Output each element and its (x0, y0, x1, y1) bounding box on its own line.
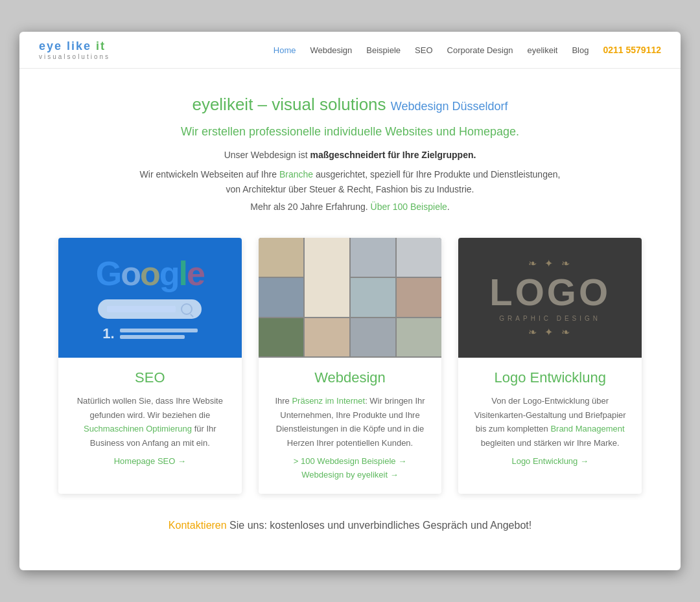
collage-cell-2 (305, 238, 349, 316)
hero-desc1: Unser Webdesign ist maßgeschneidert für … (58, 148, 642, 162)
search-line (107, 306, 176, 312)
hero-title: eyelikeit – visual solutions Webdesign D… (58, 95, 642, 115)
browser-window: eye like it visualsolutions Home Webdesi… (19, 32, 681, 570)
collage-grid (259, 238, 442, 358)
rank-lines (120, 329, 198, 339)
nav-links: Home Webdesign Beispiele SEO Corporate D… (274, 45, 661, 55)
card-webdesign: Webdesign Ihre Präsenz im Internet: Wir … (259, 238, 442, 494)
nav-seo[interactable]: SEO (415, 45, 432, 55)
collage-cell-3 (351, 238, 395, 277)
collage-cell-10 (351, 318, 395, 357)
nav-phone: 0211 5579112 (603, 45, 661, 55)
logo-graphic-design-text: GRAPHIC DESIGN (499, 315, 601, 322)
card-webdesign-cta1[interactable]: > 100 Webdesign Beispiele → (272, 456, 429, 466)
card-webdesign-image (259, 238, 442, 358)
rank-line-1 (120, 329, 198, 332)
search-icon (181, 303, 192, 315)
collage-cell-1 (259, 238, 303, 277)
card-seo-cta[interactable]: Homepage SEO → (71, 456, 229, 466)
footer-cta: Kontaktieren Sie uns: kostenloses und un… (58, 520, 642, 538)
hero-branche-link[interactable]: Branche (279, 169, 313, 179)
collage-cell-9 (305, 318, 349, 357)
cards-row: Google 1. SEO (58, 238, 642, 494)
footer-cta-text: Sie uns: kostenloses und unverbindliches… (227, 520, 532, 531)
nav-beispiele[interactable]: Beispiele (366, 45, 401, 55)
nav-blog[interactable]: Blog (572, 45, 589, 55)
card-webdesign-title: Webdesign (272, 369, 429, 386)
card-logo-cta[interactable]: Logo Entwicklung → (471, 456, 629, 466)
hero-title-main: eyelikeit – visual solutions (192, 95, 386, 114)
card-logo-title: Logo Entwicklung (471, 369, 629, 386)
card-logo-body: Logo Entwicklung Von der Logo-Entwicklun… (458, 358, 642, 480)
seo-rank: 1. (102, 325, 197, 342)
card-logo-image: ❧ ✦ ❧ LOGO GRAPHIC DESIGN ❧ ✦ ❧ (458, 238, 642, 358)
card-logo-text: Von der Logo-Entwicklung über Visitenkar… (471, 394, 629, 450)
nav-eyelikeit[interactable]: eyelikeit (527, 45, 557, 55)
logo-big-text: LOGO (489, 273, 611, 311)
card-seo-image: Google 1. (58, 238, 242, 358)
card-logo-brand-link[interactable]: Brand Management (550, 424, 624, 434)
main-content: eyelikeit – visual solutions Webdesign D… (19, 69, 681, 570)
nav-bar: eye like it visualsolutions Home Webdesi… (19, 32, 681, 69)
hero-desc1-bold: maßgeschneidert für Ihre Zielgruppen. (310, 150, 476, 160)
card-webdesign-cta2[interactable]: Webdesign by eyelikeit → (272, 470, 429, 480)
google-logo-mock: Google (96, 254, 204, 293)
hero-subtitle: Wir erstellen professionelle individuell… (58, 125, 642, 139)
card-logo: ❧ ✦ ❧ LOGO GRAPHIC DESIGN ❧ ✦ ❧ Logo Ent… (458, 238, 642, 494)
card-webdesign-text: Ihre Präsenz im Internet: Wir bringen Ih… (272, 394, 429, 450)
card-webdesign-body: Webdesign Ihre Präsenz im Internet: Wir … (259, 358, 442, 494)
nav-home[interactable]: Home (274, 45, 296, 55)
collage-cell-5 (259, 278, 303, 317)
card-seo-text: Natürlich wollen Sie, dass Ihre Website … (71, 394, 229, 450)
collage-cell-11 (397, 318, 441, 357)
rank-line-2 (120, 335, 185, 339)
logo-ornament-bottom: ❧ ✦ ❧ (528, 326, 572, 338)
collage-cell-4 (397, 238, 441, 277)
hero-experience: Mehr als 20 Jahre Erfahrung. Über 100 Be… (58, 202, 642, 212)
logo-ornament-top: ❧ ✦ ❧ (528, 257, 572, 270)
card-seo-body: SEO Natürlich wollen Sie, dass Ihre Webs… (58, 358, 242, 480)
footer-kontaktieren-link[interactable]: Kontaktieren (169, 520, 227, 531)
logo-sub: visualsolutions (39, 53, 110, 60)
card-webdesign-praesenz-link[interactable]: Präsenz im Internet (292, 396, 365, 406)
logo: eye like it visualsolutions (39, 40, 110, 60)
collage-cell-8 (259, 318, 303, 357)
logo-text: eye like it (39, 40, 110, 53)
hero-title-sub: Webdesign Düsseldorf (391, 100, 508, 113)
card-seo-opt-link[interactable]: Suchmaschinen Optimierung (84, 424, 192, 434)
nav-webdesign[interactable]: Webdesign (310, 45, 353, 55)
card-seo: Google 1. SEO (58, 238, 242, 494)
hero-beispiele-link[interactable]: Über 100 Beispiele (371, 202, 447, 212)
nav-corporate-design[interactable]: Corporate Design (447, 45, 513, 55)
hero-desc2: Wir entwickeln Webseiten auf Ihre Branch… (58, 167, 642, 196)
collage-cell-7 (397, 278, 441, 317)
card-seo-title: SEO (71, 369, 229, 386)
google-search-bar (98, 299, 202, 319)
collage-cell-6 (351, 278, 395, 317)
